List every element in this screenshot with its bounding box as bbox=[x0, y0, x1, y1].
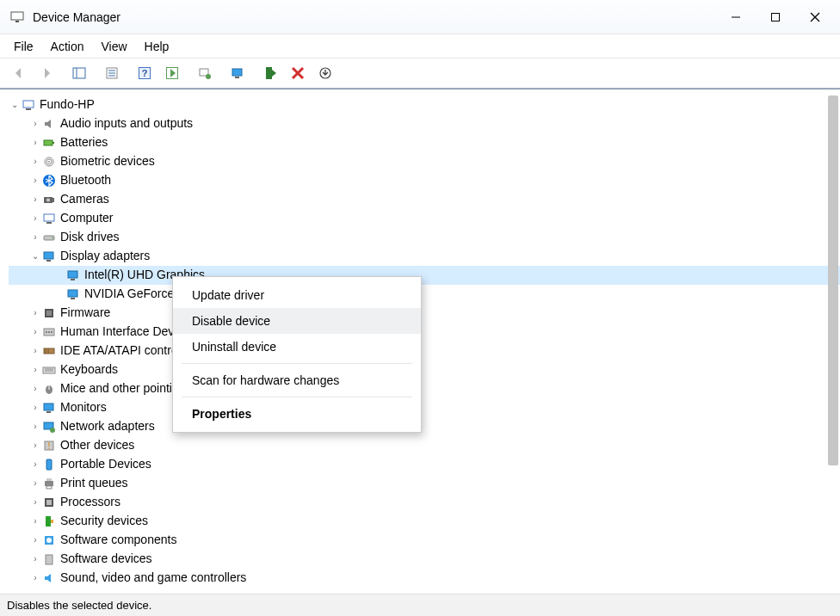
device-icon bbox=[65, 268, 81, 282]
status-text: Disables the selected device. bbox=[7, 599, 151, 612]
category-label: Other devices bbox=[60, 436, 134, 455]
svg-rect-69 bbox=[46, 500, 52, 505]
category-icon bbox=[41, 363, 57, 377]
svg-rect-67 bbox=[46, 486, 52, 489]
svg-rect-38 bbox=[44, 252, 53, 259]
svg-rect-25 bbox=[44, 140, 52, 145]
category-label: Sound, video and game controllers bbox=[60, 569, 246, 585]
tree-category[interactable]: ›Security devices bbox=[9, 512, 840, 531]
category-icon bbox=[41, 533, 57, 547]
tree-category[interactable]: ⌄Display adapters bbox=[9, 247, 840, 266]
category-icon bbox=[41, 325, 57, 339]
tree-category[interactable]: ›Batteries bbox=[9, 133, 840, 152]
category-label: Keyboards bbox=[60, 360, 118, 379]
close-button[interactable] bbox=[795, 1, 835, 34]
context-properties[interactable]: Properties bbox=[173, 401, 421, 427]
tree-scrollbar[interactable] bbox=[828, 90, 838, 585]
tree-category[interactable]: ›Mice and other pointing devices bbox=[9, 379, 840, 398]
window-title: Device Manager bbox=[33, 10, 120, 24]
category-label: Processors bbox=[60, 493, 120, 512]
tree-category[interactable]: ›Bluetooth bbox=[9, 171, 840, 190]
category-icon bbox=[41, 174, 57, 188]
tree-device[interactable]: NVIDIA GeForce bbox=[9, 285, 840, 304]
tree-category[interactable]: ›Software components bbox=[9, 531, 840, 550]
tree-category[interactable]: ›Human Interface Devices bbox=[9, 323, 840, 342]
category-icon bbox=[41, 477, 57, 490]
category-label: Monitors bbox=[60, 398, 107, 417]
update-driver-button[interactable] bbox=[225, 61, 250, 85]
scan-hardware-button[interactable] bbox=[193, 61, 217, 85]
tree-category[interactable]: ›Biometric devices bbox=[9, 152, 840, 171]
context-scan-hardware[interactable]: Scan for hardware changes bbox=[173, 367, 421, 393]
context-uninstall-device[interactable]: Uninstall device bbox=[173, 334, 421, 360]
uninstall-device-button[interactable] bbox=[286, 61, 310, 85]
tree-category[interactable]: ›Firmware bbox=[9, 304, 840, 323]
toolbar: ? bbox=[0, 59, 840, 89]
tree-root[interactable]: ⌄Fundo-HP bbox=[9, 95, 840, 114]
category-icon bbox=[41, 117, 57, 131]
properties-button[interactable] bbox=[100, 61, 124, 85]
svg-point-61 bbox=[50, 428, 55, 433]
tree-category[interactable]: ›Keyboards bbox=[9, 360, 840, 379]
tree-container: ⌄Fundo-HP›Audio inputs and outputs›Batte… bbox=[0, 89, 840, 585]
category-label: Security devices bbox=[60, 512, 148, 531]
tree-category[interactable]: ›Software devices bbox=[9, 550, 840, 569]
device-manager-icon bbox=[10, 10, 24, 24]
minimize-button[interactable] bbox=[716, 1, 756, 34]
tree-device[interactable]: Intel(R) UHD Graphics bbox=[9, 266, 840, 285]
menu-file[interactable]: File bbox=[7, 37, 40, 56]
help-button[interactable]: ? bbox=[133, 61, 157, 85]
svg-rect-41 bbox=[71, 279, 75, 280]
svg-text:!: ! bbox=[48, 441, 51, 451]
action-list-button[interactable] bbox=[160, 61, 184, 85]
category-icon bbox=[41, 193, 57, 206]
category-icon: ! bbox=[41, 439, 57, 453]
tree-category[interactable]: ›Audio inputs and outputs bbox=[9, 114, 840, 133]
category-icon bbox=[41, 249, 57, 263]
svg-rect-3 bbox=[772, 13, 780, 21]
svg-point-37 bbox=[52, 237, 53, 239]
category-label: Computer bbox=[60, 209, 113, 228]
menu-view[interactable]: View bbox=[94, 37, 133, 56]
category-icon bbox=[41, 420, 57, 434]
forward-button[interactable] bbox=[34, 61, 59, 85]
enable-device-button[interactable] bbox=[258, 61, 282, 85]
svg-rect-34 bbox=[44, 214, 54, 221]
tree-category[interactable]: ›Network adapters bbox=[9, 417, 840, 436]
tree-category[interactable]: ›Monitors bbox=[9, 398, 840, 417]
menu-action[interactable]: Action bbox=[44, 37, 91, 56]
tree-category[interactable]: ›Cameras bbox=[9, 190, 840, 209]
tree-category[interactable]: ›!Other devices bbox=[9, 436, 840, 455]
context-disable-device[interactable]: Disable device bbox=[173, 308, 421, 334]
context-update-driver[interactable]: Update driver bbox=[173, 282, 421, 308]
install-legacy-button[interactable] bbox=[313, 61, 337, 85]
tree-category[interactable]: ›Processors bbox=[9, 493, 840, 512]
category-label: Cameras bbox=[60, 190, 109, 209]
svg-rect-65 bbox=[45, 481, 53, 486]
category-label: Display adapters bbox=[60, 247, 150, 266]
svg-point-16 bbox=[206, 74, 211, 79]
category-icon bbox=[41, 382, 57, 396]
svg-rect-1 bbox=[15, 21, 19, 22]
svg-rect-59 bbox=[46, 411, 51, 413]
svg-rect-26 bbox=[52, 142, 54, 144]
tree-category[interactable]: ›Sound, video and game controllers bbox=[9, 569, 840, 585]
back-button[interactable] bbox=[7, 61, 31, 85]
tree-category[interactable]: ›Disk drives bbox=[9, 228, 840, 247]
category-icon bbox=[41, 231, 57, 244]
show-hide-console-tree-button[interactable] bbox=[67, 61, 91, 85]
tree-category[interactable]: ›Computer bbox=[9, 209, 840, 228]
root-label: Fundo-HP bbox=[40, 95, 95, 114]
category-label: Biometric devices bbox=[60, 152, 155, 171]
category-label: Batteries bbox=[60, 133, 108, 152]
tree-category[interactable]: ›IDE ATA/ATAPI controllers bbox=[9, 342, 840, 360]
svg-rect-33 bbox=[52, 198, 54, 202]
category-label: Bluetooth bbox=[60, 171, 111, 190]
category-icon bbox=[41, 571, 57, 585]
tree-category[interactable]: ›Print queues bbox=[9, 474, 840, 493]
svg-rect-19 bbox=[266, 67, 272, 79]
tree-category[interactable]: ›Portable Devices bbox=[9, 455, 840, 474]
menu-help[interactable]: Help bbox=[138, 37, 176, 56]
maximize-button[interactable] bbox=[756, 1, 795, 34]
svg-rect-58 bbox=[44, 403, 53, 410]
